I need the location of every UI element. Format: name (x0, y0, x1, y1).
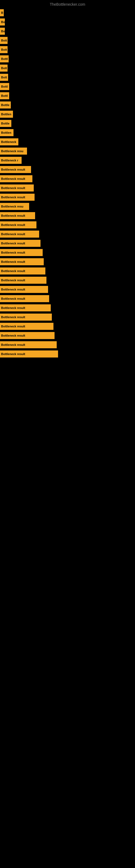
bar-label: Bottle (1, 103, 9, 106)
bar-item: Bottlen (0, 129, 13, 136)
bar-label: Bottlen (1, 131, 11, 134)
bar-row: Bottl (0, 82, 135, 91)
bar-label: Bottleneck result (1, 223, 25, 226)
bar-row: Bott (0, 73, 135, 82)
bar-row: Bottleneck result (0, 340, 135, 349)
bar-row: Bott (0, 63, 135, 73)
bar-row: Bott (0, 36, 135, 45)
bar-label: Bott (1, 66, 7, 70)
bar-row: Bottle (0, 119, 135, 128)
bar-item: Bottlen (0, 111, 13, 118)
bar-item: Bottleneck result (0, 258, 44, 265)
bar-label: Bottleneck result (1, 279, 25, 282)
bar-label: Bottl (1, 85, 8, 88)
bar-row: Bottleneck result (0, 349, 135, 359)
bar-row: Bottleneck resu (0, 147, 135, 156)
bar-item: Bottleneck (0, 138, 18, 145)
bar-item: Bottleneck result (0, 249, 43, 256)
bar-item: Bottleneck result (0, 323, 53, 330)
bar-row: Bottl (0, 91, 135, 100)
bar-item: Bottle (0, 120, 11, 127)
bar-label: Bottleneck result (1, 269, 25, 273)
bar-item: Bottleneck result (0, 277, 46, 284)
bar-label: Bottleneck result (1, 297, 25, 300)
bar-row: Bottleneck result (0, 285, 135, 294)
bar-item: Bottl (0, 83, 9, 90)
bar-item: Bottleneck result (0, 295, 49, 302)
bar-item: Bott (0, 74, 8, 81)
bar-label: Bottleneck r (1, 159, 18, 162)
bar-label: Bottleneck resu (1, 150, 24, 153)
bar-item: Bottleneck result (0, 240, 41, 247)
bar-item: Bottleneck resu (0, 203, 29, 210)
bar-item: Bottl (0, 92, 9, 99)
bar-row: Bottleneck result (0, 239, 135, 248)
bar-row: Bottlen (0, 128, 135, 137)
bar-item: Bo (0, 19, 5, 26)
bar-item: Bottleneck result (0, 341, 57, 348)
bar-row: Bottleneck result (0, 165, 135, 174)
bar-row: Bottleneck result (0, 294, 135, 303)
bar-item: Bottl (0, 55, 9, 62)
bar-item: Bottleneck result (0, 350, 58, 358)
bar-label: Bottleneck result (1, 242, 25, 245)
bar-label: Bottleneck result (1, 177, 25, 180)
bar-label: Bottleneck result (1, 232, 25, 236)
bar-label: Bott (1, 48, 7, 51)
bar-label: Bottl (1, 94, 8, 97)
site-title: TheBottlenecker.com (0, 0, 135, 9)
bar-label: Bottleneck result (1, 288, 25, 291)
bar-item: Bottle (0, 101, 11, 108)
bar-row: Bottlen (0, 110, 135, 119)
bar-row: Bottleneck resu (0, 202, 135, 211)
bar-label: Bottleneck result (1, 306, 25, 310)
bar-label: Bottleneck result (1, 352, 25, 355)
bar-label: Bottleneck result (1, 214, 25, 217)
bar-item: Bott (0, 37, 8, 44)
bar-item: Bo (0, 28, 5, 35)
bar-label: Bottleneck result (1, 315, 25, 319)
bar-label: Bo (1, 20, 5, 24)
bar-label: Bottleneck result (1, 343, 25, 346)
bar-label: Bo (1, 30, 5, 33)
bar-item: Bottleneck result (0, 304, 51, 311)
bar-item: Bottleneck r (0, 157, 21, 164)
bar-item: Bottleneck result (0, 332, 54, 339)
bar-row: Bottl (0, 54, 135, 63)
bar-row: Bottleneck result (0, 211, 135, 220)
bar-item: Bottleneck result (0, 286, 48, 293)
bar-row: Bottleneck result (0, 193, 135, 202)
bar-row: Bottleneck result (0, 322, 135, 331)
bar-row: Bott (0, 45, 135, 54)
bar-row: B (0, 8, 135, 18)
bar-item: Bottleneck result (0, 166, 31, 173)
bar-label: Bottleneck (1, 140, 16, 144)
bar-label: Bottlen (1, 113, 11, 116)
bar-row: Bo (0, 18, 135, 27)
bar-item: Bott (0, 65, 8, 72)
bar-row: Bottleneck (0, 137, 135, 147)
bar-label: Bottleneck result (1, 325, 25, 328)
bar-item: Bottleneck result (0, 184, 34, 191)
bar-row: Bottleneck result (0, 312, 135, 322)
bar-label: Bottleneck result (1, 260, 25, 264)
bar-label: Bottleneck result (1, 168, 25, 171)
bar-row: Bottleneck result (0, 183, 135, 193)
bar-row: Bottleneck result (0, 276, 135, 285)
bar-item: Bottleneck result (0, 175, 32, 182)
bar-row: Bottleneck result (0, 331, 135, 340)
bar-row: Bottleneck r (0, 156, 135, 165)
bar-row: Bottleneck result (0, 220, 135, 229)
bar-item: Bott (0, 46, 8, 53)
bar-label: Bottl (1, 57, 8, 61)
bar-row: Bottleneck result (0, 174, 135, 183)
bar-row: Bottleneck result (0, 267, 135, 276)
bar-item: Bottleneck result (0, 212, 35, 219)
bars-container: BBoBoBottBottBottlBottBottBottlBottlBott… (0, 8, 135, 359)
bar-row: Bottleneck result (0, 229, 135, 239)
bar-row: Bottleneck result (0, 248, 135, 257)
bar-label: Bottle (1, 122, 9, 125)
bar-item: Bottleneck result (0, 268, 45, 275)
bar-label: Bottleneck resu (1, 205, 24, 208)
bar-item: Bottleneck resu (0, 148, 27, 155)
